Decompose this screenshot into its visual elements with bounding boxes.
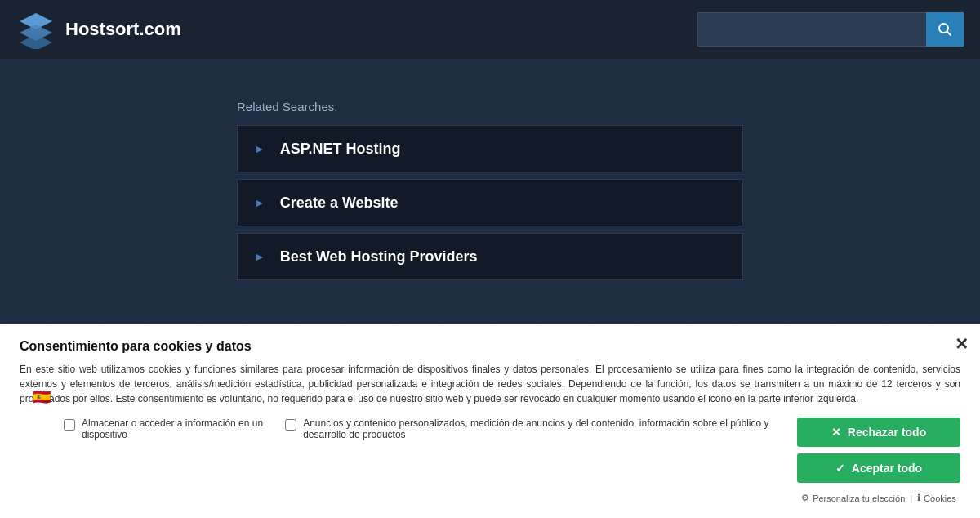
rechazar-label: Rechazar todo [848,426,926,439]
cookie-checkbox-2[interactable] [285,419,296,431]
link-separator: | [910,493,912,503]
logo-area: Hostsort.com [16,10,181,49]
search-area [697,12,964,47]
cookie-checkbox-1-text: Almacenar o acceder a información en un … [82,418,269,440]
rechazar-todo-button[interactable]: ✕ Rechazar todo [797,418,960,447]
cookie-checkbox-2-text: Anuncios y contenido personalizados, med… [303,418,773,440]
svg-marker-2 [20,34,52,49]
cookies-link[interactable]: ℹ Cookies [917,493,956,503]
cookies-label: Cookies [924,493,956,503]
check-icon: ✓ [835,462,845,475]
cookie-buttons: ✕ Rechazar todo ✓ Aceptar todo ⚙ Persona… [797,418,960,503]
logo-text: Hostsort.com [65,19,181,40]
search-icon [938,22,952,37]
flag-icon: 🇪🇸 [33,388,51,406]
search-item-0[interactable]: ► ASP.NET Hosting [237,125,743,172]
search-item-1[interactable]: ► Create a Website [237,179,743,226]
header: Hostsort.com [0,0,980,59]
cookie-checkbox-2-label[interactable]: Anuncios y contenido personalizados, med… [285,418,773,440]
logo-icon [16,10,56,49]
search-input[interactable] [697,12,926,47]
personaliza-label: Personaliza tu elección [813,493,905,503]
personaliza-link[interactable]: ⚙ Personaliza tu elección [801,493,905,503]
cookie-title: Consentimiento para cookies y datos [20,339,960,354]
cookie-checkbox-1[interactable] [64,419,75,431]
aceptar-todo-button[interactable]: ✓ Aceptar todo [797,453,960,483]
related-searches-label: Related Searches: [237,100,743,114]
cookie-consent: ✕ Consentimiento para cookies y datos En… [0,324,980,518]
search-item-text-1: Create a Website [280,194,399,212]
related-searches-container: Related Searches: ► ASP.NET Hosting ► Cr… [204,83,776,303]
search-item-text-0: ASP.NET Hosting [280,141,401,158]
search-button[interactable] [926,12,964,47]
search-item-text-2: Best Web Hosting Providers [280,248,478,266]
cookie-checkbox-1-label[interactable]: Almacenar o acceder a información en un … [64,418,269,440]
cookie-links: ⚙ Personaliza tu elección | ℹ Cookies [797,493,960,503]
gear-icon: ⚙ [801,493,809,503]
svg-line-4 [947,32,951,36]
search-item-2[interactable]: ► Best Web Hosting Providers [237,233,743,280]
aceptar-label: Aceptar todo [852,462,922,475]
arrow-icon-0: ► [254,142,265,155]
arrow-icon-1: ► [254,196,265,209]
info-icon: ℹ [917,493,920,503]
main-content: Related Searches: ► ASP.NET Hosting ► Cr… [0,59,980,328]
x-icon: ✕ [831,426,841,439]
cookie-close-button[interactable]: ✕ [955,334,969,354]
arrow-icon-2: ► [254,250,265,263]
cookie-bottom: 🇪🇸 Almacenar o acceder a información en … [20,418,960,503]
cookie-checkboxes: Almacenar o acceder a información en un … [64,418,773,440]
cookie-body-text: En este sitio web utilizamos cookies y f… [20,362,960,406]
